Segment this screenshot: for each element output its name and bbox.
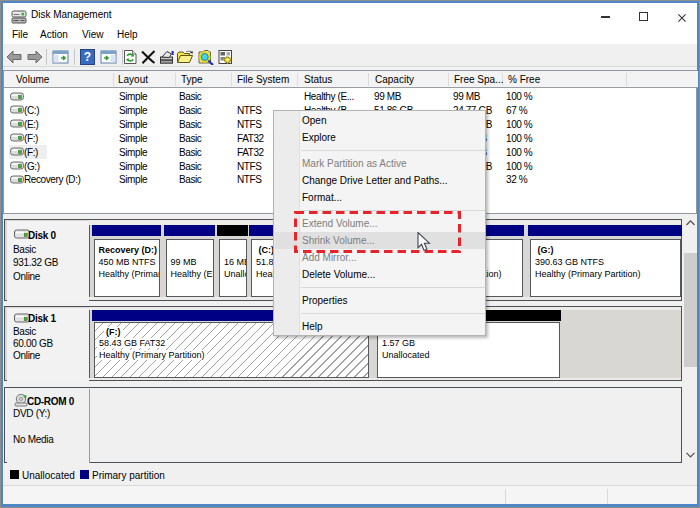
svg-text:?: ? xyxy=(84,50,91,64)
